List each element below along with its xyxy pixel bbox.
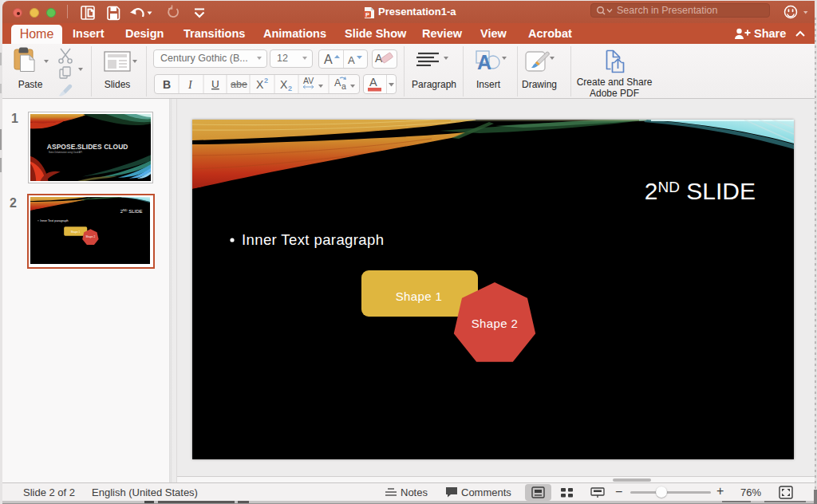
svg-text:abe: abe (231, 79, 247, 90)
svg-text:U: U (211, 78, 219, 90)
svg-text:A: A (334, 77, 341, 89)
svg-text:X: X (280, 78, 288, 91)
svg-text:I: I (187, 79, 193, 91)
svg-text:Shape 2: Shape 2 (472, 317, 519, 330)
svg-text:2: 2 (264, 77, 268, 85)
svg-text:Shape 1: Shape 1 (396, 289, 443, 303)
svg-text:AV: AV (303, 76, 314, 85)
svg-text:A: A (369, 76, 377, 89)
svg-text:X: X (256, 78, 264, 91)
svg-text:a: a (341, 81, 346, 91)
svg-text:2: 2 (288, 85, 292, 93)
svg-text:A: A (324, 53, 333, 66)
svg-text:A: A (348, 54, 355, 66)
svg-text:B: B (163, 78, 171, 91)
svg-text:A: A (477, 51, 491, 72)
svg-text:P: P (365, 11, 369, 18)
svg-text:Inner Text paragraph: Inner Text paragraph (242, 231, 384, 248)
